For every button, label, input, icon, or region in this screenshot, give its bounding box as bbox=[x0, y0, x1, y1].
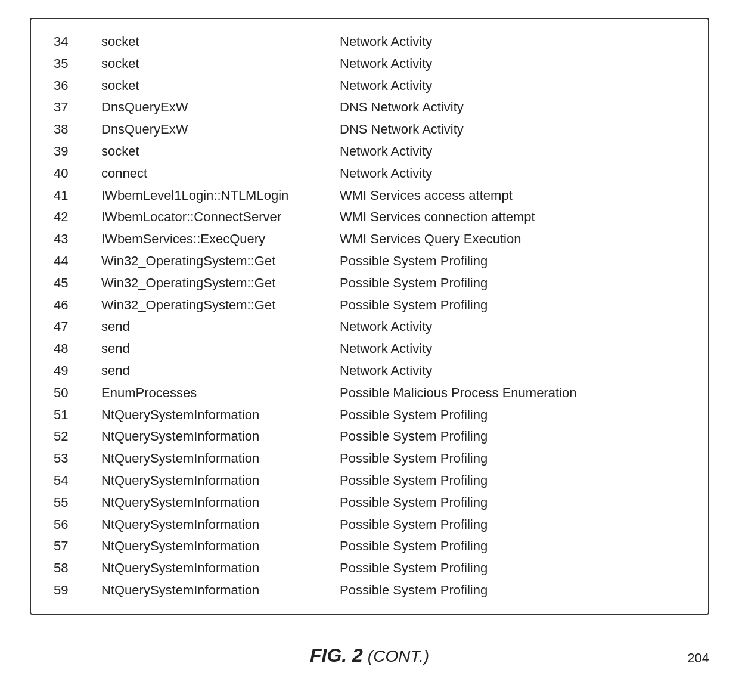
table-row: 37DnsQueryExWDNS Network Activity bbox=[49, 97, 690, 119]
api-description: Network Activity bbox=[335, 75, 690, 97]
api-description: Network Activity bbox=[335, 163, 690, 185]
api-call-table: 34socketNetwork Activity35socketNetwork … bbox=[49, 31, 690, 602]
api-description: WMI Services Query Execution bbox=[335, 228, 690, 250]
api-call: Win32_OperatingSystem::Get bbox=[97, 250, 335, 272]
api-call: send bbox=[97, 338, 335, 360]
api-description: Possible System Profiling bbox=[335, 470, 690, 492]
api-call: NtQuerySystemInformation bbox=[97, 492, 335, 514]
api-description: Possible System Profiling bbox=[335, 492, 690, 514]
table-row: 57NtQuerySystemInformationPossible Syste… bbox=[49, 535, 690, 557]
row-number: 39 bbox=[49, 141, 97, 163]
api-description: Possible System Profiling bbox=[335, 557, 690, 580]
table-row: 52NtQuerySystemInformationPossible Syste… bbox=[49, 426, 690, 448]
api-call: connect bbox=[97, 163, 335, 185]
api-description: WMI Services connection attempt bbox=[335, 206, 690, 228]
api-description: DNS Network Activity bbox=[335, 119, 690, 141]
table-row: 36socketNetwork Activity bbox=[49, 75, 690, 97]
api-description: Possible System Profiling bbox=[335, 514, 690, 536]
api-description: Network Activity bbox=[335, 141, 690, 163]
api-call: NtQuerySystemInformation bbox=[97, 426, 335, 448]
table-row: 34socketNetwork Activity bbox=[49, 31, 690, 53]
table-row: 40connectNetwork Activity bbox=[49, 163, 690, 185]
row-number: 45 bbox=[49, 272, 97, 295]
api-description: WMI Services access attempt bbox=[335, 185, 690, 207]
page-number: 204 bbox=[687, 651, 709, 666]
row-number: 41 bbox=[49, 185, 97, 207]
api-call: socket bbox=[97, 31, 335, 53]
api-description: Possible System Profiling bbox=[335, 535, 690, 557]
table-row: 51NtQuerySystemInformationPossible Syste… bbox=[49, 404, 690, 426]
api-call: EnumProcesses bbox=[97, 382, 335, 404]
api-call: NtQuerySystemInformation bbox=[97, 514, 335, 536]
api-description: Possible System Profiling bbox=[335, 580, 690, 602]
table-row: 59NtQuerySystemInformationPossible Syste… bbox=[49, 580, 690, 602]
row-number: 56 bbox=[49, 514, 97, 536]
api-call: socket bbox=[97, 141, 335, 163]
api-call: NtQuerySystemInformation bbox=[97, 404, 335, 426]
row-number: 40 bbox=[49, 163, 97, 185]
row-number: 36 bbox=[49, 75, 97, 97]
row-number: 35 bbox=[49, 53, 97, 75]
api-call: DnsQueryExW bbox=[97, 119, 335, 141]
api-call: send bbox=[97, 360, 335, 382]
api-call: DnsQueryExW bbox=[97, 97, 335, 119]
api-description: Network Activity bbox=[335, 338, 690, 360]
row-number: 49 bbox=[49, 360, 97, 382]
api-description: Possible System Profiling bbox=[335, 404, 690, 426]
table-row: 53NtQuerySystemInformationPossible Syste… bbox=[49, 448, 690, 470]
api-call: NtQuerySystemInformation bbox=[97, 448, 335, 470]
row-number: 48 bbox=[49, 338, 97, 360]
table-row: 48sendNetwork Activity bbox=[49, 338, 690, 360]
api-description: Network Activity bbox=[335, 53, 690, 75]
row-number: 34 bbox=[49, 31, 97, 53]
row-number: 52 bbox=[49, 426, 97, 448]
table-row: 49sendNetwork Activity bbox=[49, 360, 690, 382]
row-number: 47 bbox=[49, 316, 97, 338]
api-description: Network Activity bbox=[335, 31, 690, 53]
api-call: socket bbox=[97, 75, 335, 97]
api-call: send bbox=[97, 316, 335, 338]
api-call: NtQuerySystemInformation bbox=[97, 580, 335, 602]
row-number: 43 bbox=[49, 228, 97, 250]
table-row: 58NtQuerySystemInformationPossible Syste… bbox=[49, 557, 690, 580]
table-row: 43IWbemServices::ExecQueryWMI Services Q… bbox=[49, 228, 690, 250]
table-row: 42IWbemLocator::ConnectServerWMI Service… bbox=[49, 206, 690, 228]
api-description: Possible Malicious Process Enumeration bbox=[335, 382, 690, 404]
row-number: 59 bbox=[49, 580, 97, 602]
row-number: 57 bbox=[49, 535, 97, 557]
row-number: 51 bbox=[49, 404, 97, 426]
figure-caption-section: FIG. 2 (CONT.) 204 bbox=[30, 639, 709, 667]
table-row: 45Win32_OperatingSystem::GetPossible Sys… bbox=[49, 272, 690, 295]
table-row: 38DnsQueryExWDNS Network Activity bbox=[49, 119, 690, 141]
api-description: Network Activity bbox=[335, 316, 690, 338]
api-description: Possible System Profiling bbox=[335, 448, 690, 470]
api-call: IWbemLevel1Login::NTLMLogin bbox=[97, 185, 335, 207]
api-call: NtQuerySystemInformation bbox=[97, 535, 335, 557]
figure-label: FIG. 2 bbox=[310, 645, 363, 667]
table-row: 41IWbemLevel1Login::NTLMLoginWMI Service… bbox=[49, 185, 690, 207]
table-row: 35socketNetwork Activity bbox=[49, 53, 690, 75]
api-description: DNS Network Activity bbox=[335, 97, 690, 119]
row-number: 42 bbox=[49, 206, 97, 228]
api-call: NtQuerySystemInformation bbox=[97, 557, 335, 580]
api-call: IWbemServices::ExecQuery bbox=[97, 228, 335, 250]
row-number: 38 bbox=[49, 119, 97, 141]
row-number: 50 bbox=[49, 382, 97, 404]
api-call: Win32_OperatingSystem::Get bbox=[97, 295, 335, 317]
table-row: 39socketNetwork Activity bbox=[49, 141, 690, 163]
api-call: socket bbox=[97, 53, 335, 75]
api-description: Possible System Profiling bbox=[335, 250, 690, 272]
table-row: 44Win32_OperatingSystem::GetPossible Sys… bbox=[49, 250, 690, 272]
table-row: 56NtQuerySystemInformationPossible Syste… bbox=[49, 514, 690, 536]
row-number: 46 bbox=[49, 295, 97, 317]
data-table-container: 34socketNetwork Activity35socketNetwork … bbox=[30, 18, 709, 615]
row-number: 58 bbox=[49, 557, 97, 580]
api-call: NtQuerySystemInformation bbox=[97, 470, 335, 492]
table-row: 55NtQuerySystemInformationPossible Syste… bbox=[49, 492, 690, 514]
row-number: 37 bbox=[49, 97, 97, 119]
row-number: 54 bbox=[49, 470, 97, 492]
api-description: Network Activity bbox=[335, 360, 690, 382]
row-number: 44 bbox=[49, 250, 97, 272]
api-call: Win32_OperatingSystem::Get bbox=[97, 272, 335, 295]
figure-cont: (CONT.) bbox=[368, 647, 429, 666]
